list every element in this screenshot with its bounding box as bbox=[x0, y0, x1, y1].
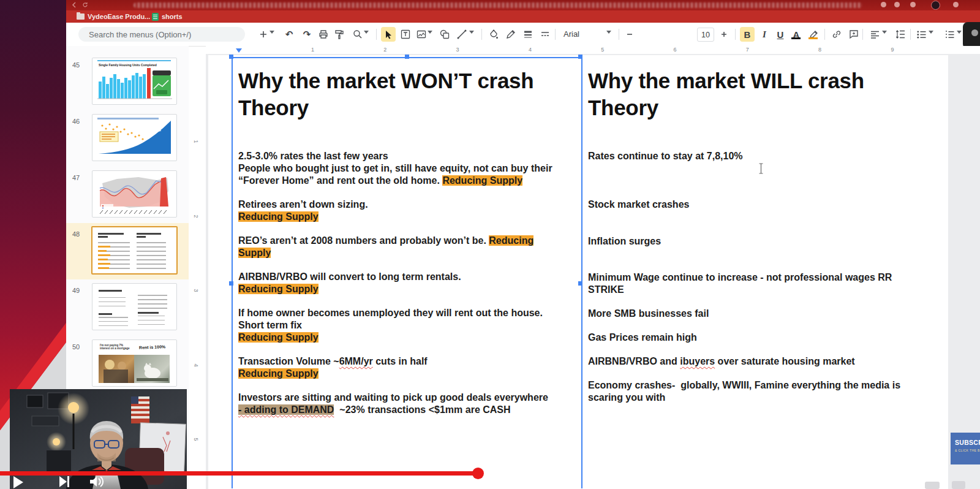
insert-link-icon[interactable] bbox=[829, 27, 844, 42]
filmstrip-slide-46[interactable]: 46 bbox=[66, 110, 189, 167]
video-overlay-button[interactable] bbox=[963, 22, 980, 49]
thumb-heading-line bbox=[137, 233, 161, 235]
video-progress-bar[interactable] bbox=[0, 471, 478, 476]
selection-box[interactable] bbox=[232, 57, 582, 488]
image-caret-icon[interactable] bbox=[428, 31, 432, 34]
thumb-50-caption-left: I'm not paying 7% interest on a mortgage bbox=[100, 344, 132, 350]
slide-46-thumbnail[interactable] bbox=[92, 114, 177, 161]
border-dash-icon[interactable] bbox=[538, 27, 552, 42]
line-spacing-icon[interactable] bbox=[893, 27, 908, 42]
zoom-in-plus-icon[interactable] bbox=[256, 27, 271, 42]
numbered-list-icon[interactable] bbox=[942, 27, 957, 42]
thumb-heading-line bbox=[99, 313, 112, 315]
text-color-button[interactable]: A bbox=[789, 27, 804, 42]
right-column-text[interactable]: Rates continue to stay at 7,8,10%Stock m… bbox=[588, 150, 948, 404]
subscribe-subtext: & CLICK THE BELL bbox=[955, 449, 980, 452]
plus-caret-icon[interactable] bbox=[270, 31, 274, 34]
filmstrip-slide-48-selected[interactable]: 48 bbox=[66, 223, 189, 279]
filmstrip-slide-45[interactable]: 45 Single Family Housing Units Completed bbox=[66, 54, 189, 110]
volume-icon[interactable] bbox=[89, 476, 104, 489]
font-caret-icon[interactable] bbox=[606, 31, 611, 34]
selection-handle-top-right[interactable] bbox=[578, 55, 582, 59]
bookmark-vydeoease[interactable]: VydeoEase Produ... bbox=[77, 12, 150, 21]
font-size-value[interactable]: 10 bbox=[697, 28, 714, 42]
border-color-pencil-icon[interactable] bbox=[503, 27, 518, 42]
bookmark-shorts[interactable]: shorts bbox=[152, 12, 183, 21]
selection-handle-top-left[interactable] bbox=[229, 55, 233, 59]
slide-47-thumbnail[interactable] bbox=[92, 170, 177, 218]
toolbar-separator bbox=[619, 29, 619, 40]
browser-address-bar bbox=[66, 0, 980, 10]
slide-page[interactable]: Why the market WON’T crash Theory Why th… bbox=[208, 55, 948, 489]
underline-button[interactable]: U bbox=[773, 27, 788, 42]
thumb-highlight-chip bbox=[98, 246, 110, 248]
border-weight-icon[interactable] bbox=[521, 27, 535, 42]
selection-handle-mid-left[interactable] bbox=[229, 281, 233, 286]
slide-text: Rates continue to stay at 7,8,10% bbox=[588, 151, 743, 161]
highlight-color-button[interactable] bbox=[806, 27, 821, 42]
indent-marker[interactable] bbox=[236, 48, 242, 53]
highlight-color-swatch bbox=[809, 37, 818, 39]
slide-number: 50 bbox=[72, 343, 80, 351]
text-color-swatch bbox=[791, 37, 801, 39]
play-button-icon[interactable] bbox=[12, 476, 24, 489]
insert-image-icon[interactable] bbox=[414, 27, 429, 42]
selection-handle-top-middle[interactable] bbox=[405, 55, 409, 59]
align-icon[interactable] bbox=[867, 27, 882, 42]
fullscreen-button-blurred[interactable] bbox=[952, 481, 965, 489]
slide-45-thumbnail[interactable]: Single Family Housing Units Completed bbox=[92, 58, 177, 105]
bulleted-list-icon[interactable] bbox=[914, 27, 929, 42]
add-comment-icon[interactable] bbox=[846, 27, 861, 42]
filmstrip-slide-49[interactable]: 49 bbox=[66, 279, 189, 336]
settings-button-blurred[interactable] bbox=[925, 482, 940, 489]
decrease-font-size-button[interactable] bbox=[622, 27, 637, 42]
fill-color-icon[interactable] bbox=[486, 27, 501, 42]
search-menus-input[interactable]: Search the menus (Option+/) bbox=[78, 27, 245, 42]
print-icon[interactable] bbox=[316, 27, 331, 42]
refresh-icon[interactable] bbox=[82, 2, 88, 8]
subscribe-button[interactable]: SUBSCRIBE & CLICK THE BELL bbox=[951, 433, 980, 464]
zoom-caret-icon[interactable] bbox=[364, 31, 369, 34]
bookmark-star-icon[interactable] bbox=[894, 2, 900, 7]
browser-profile-avatar[interactable] bbox=[931, 1, 940, 10]
url-text-blurred[interactable] bbox=[134, 2, 862, 8]
select-cursor-tool[interactable] bbox=[381, 27, 396, 42]
extension-icon[interactable] bbox=[881, 2, 886, 7]
filmstrip-slide-47[interactable]: 47 bbox=[66, 167, 189, 223]
back-icon[interactable] bbox=[71, 2, 77, 8]
text-box-tool[interactable] bbox=[398, 27, 413, 42]
bold-button[interactable]: B bbox=[740, 27, 755, 42]
line-caret-icon[interactable] bbox=[469, 31, 474, 34]
insert-line-icon[interactable] bbox=[454, 27, 469, 42]
italic-button[interactable]: I bbox=[757, 27, 772, 42]
progress-scrubber-dot[interactable] bbox=[472, 468, 484, 479]
thumb-heading-line bbox=[98, 236, 108, 238]
filmstrip-slide-50[interactable]: 50 I'm not paying 7% interest on a mortg… bbox=[66, 336, 189, 392]
thumb-text-lines bbox=[99, 297, 126, 309]
slide-paragraph: Rates continue to stay at 7,8,10% bbox=[588, 150, 948, 162]
zoom-tool-icon[interactable] bbox=[350, 27, 365, 42]
numbered-list-caret-icon[interactable] bbox=[957, 31, 962, 34]
right-column-title[interactable]: Why the market WILL crash Theory bbox=[588, 67, 937, 121]
slide-canvas: Why the market WON’T crash Theory Why th… bbox=[206, 54, 980, 489]
align-caret-icon[interactable] bbox=[882, 31, 887, 34]
undo-icon[interactable]: ↶ bbox=[282, 27, 296, 42]
font-family-select[interactable]: Arial bbox=[564, 29, 579, 39]
bookmarks-bar: VydeoEase Produ... shorts bbox=[66, 10, 980, 23]
next-button-icon[interactable] bbox=[59, 476, 70, 489]
toolbar-separator bbox=[824, 29, 825, 40]
slide-49-thumbnail[interactable] bbox=[92, 283, 177, 330]
area-chart-thumbnail bbox=[92, 115, 176, 161]
share-icon[interactable] bbox=[910, 2, 916, 7]
paint-format-icon[interactable] bbox=[332, 27, 347, 42]
increase-font-size-button[interactable] bbox=[717, 27, 731, 42]
bulleted-list-caret-icon[interactable] bbox=[929, 31, 933, 34]
slide-50-thumbnail[interactable]: I'm not paying 7% interest on a mortgage… bbox=[92, 339, 177, 387]
browser-menu-icon[interactable] bbox=[953, 2, 959, 7]
insert-shape-icon[interactable] bbox=[437, 27, 452, 42]
redo-icon[interactable]: ↷ bbox=[300, 27, 314, 42]
selection-handle-mid-right[interactable] bbox=[578, 281, 582, 286]
slide-number: 46 bbox=[72, 118, 80, 125]
ruler-tick-label: 4 bbox=[529, 47, 532, 53]
slide-48-thumbnail[interactable] bbox=[91, 226, 178, 275]
